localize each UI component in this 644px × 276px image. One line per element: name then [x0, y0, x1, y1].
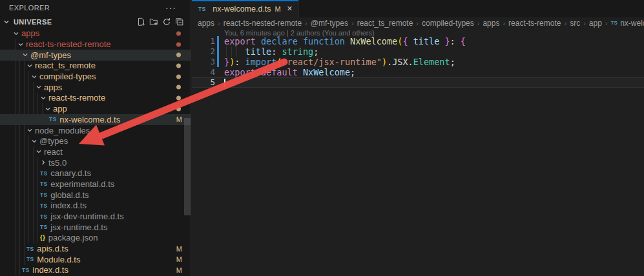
line-number: 2 [192, 46, 215, 57]
workspace-section-header[interactable]: UNIVERSE [0, 15, 191, 28]
code-line-2[interactable]: 2 title: string; [192, 46, 644, 57]
breadcrumb-item-react-ts-remote[interactable]: react_ts_remote [357, 19, 413, 28]
code-line-5[interactable]: 5 [192, 77, 644, 88]
typescript-file-icon: TS [611, 20, 618, 26]
tree-item-apps[interactable]: apps [0, 82, 191, 93]
tree-item-label: node_modules [35, 126, 90, 135]
sidebar-scrollbar[interactable] [184, 118, 191, 215]
tree-item-jsx-runtime-d-ts[interactable]: TSjsx-runtime.d.ts [0, 222, 191, 233]
text-cursor [224, 79, 225, 87]
breadcrumb-item-react-ts-nested-remote[interactable]: react-ts-nested-remote [223, 19, 302, 28]
tab-nx-welcome[interactable]: TS nx-welcome.d.ts M ✕ [192, 0, 299, 17]
tree-item-index-d-ts[interactable]: TSindex.d.ts [0, 201, 191, 212]
indent-guide [15, 125, 16, 136]
indent-guide [24, 211, 25, 222]
indent-guide [19, 211, 20, 222]
indent-guide [15, 135, 16, 146]
tree-item-app[interactable]: app [0, 103, 191, 114]
typescript-file-icon: TS [40, 170, 47, 177]
tree-item--mf-types[interactable]: @mf-types [0, 50, 191, 61]
chevron-down-icon [21, 51, 29, 59]
indent-guide [47, 114, 47, 125]
tree-item-global-d-ts[interactable]: TSglobal.d.ts [0, 190, 191, 201]
tree-item-apis-d-ts[interactable]: TSapis.d.tsM [0, 243, 191, 254]
tree-item-react-ts-remote[interactable]: react-ts-remote [0, 93, 191, 104]
breadcrumb-item-react-ts-remote[interactable]: react-ts-remote [508, 19, 561, 28]
collapse-all-icon[interactable] [174, 16, 185, 27]
refresh-icon[interactable] [161, 16, 172, 27]
indent-guide [15, 190, 16, 201]
tree-item-nx-welcome-d-ts[interactable]: TSnx-welcome.d.tsM [0, 114, 191, 125]
breadcrumb-label: app [589, 19, 602, 28]
breadcrumb-item-compiled-types[interactable]: compiled-types [422, 19, 474, 28]
breadcrumb-item-src[interactable]: src [570, 19, 580, 28]
tree-item-react-ts-nested-remote[interactable]: react-ts-nested-remote [0, 39, 191, 50]
code-line-3[interactable]: 3}): import("react/jsx-runtime").JSX.Ele… [192, 57, 644, 67]
tree-item-apps[interactable]: apps [0, 28, 191, 39]
indent-guide [15, 211, 16, 222]
close-icon[interactable]: ✕ [287, 5, 293, 13]
code-text: }): import("react/jsx-runtime").JSX.Elem… [224, 57, 455, 67]
indent-guide [24, 168, 25, 179]
new-file-icon[interactable] [135, 16, 146, 27]
breadcrumb-item-apps[interactable]: apps [198, 19, 214, 28]
indent-guide [37, 190, 38, 201]
indent-guide [24, 61, 25, 72]
tree-item-label: app [53, 104, 67, 113]
code-line-4[interactable]: 4export default NxWelcome; [192, 67, 644, 77]
tree-item-label: Module.d.ts [37, 255, 80, 264]
chevron-down-icon [30, 73, 38, 81]
git-modified-badge: M [176, 255, 182, 263]
tree-item-jsx-dev-runtime-d-ts[interactable]: TSjsx-dev-runtime.d.ts [0, 211, 191, 222]
tree-item-react-ts-remote[interactable]: react_ts_remote [0, 61, 191, 72]
code-line-1[interactable]: 1export declare function NxWelcome({ tit… [192, 36, 644, 46]
tree-item-experimental-d-ts[interactable]: TSexperimental.d.ts [0, 179, 191, 190]
tab-modified-badge: M [275, 5, 281, 13]
indent-guide [24, 103, 25, 114]
indent-guide [24, 135, 25, 146]
indent-guide [33, 103, 34, 114]
explorer-header: EXPLORER ··· [0, 0, 191, 15]
code-editor[interactable]: You, 6 minutes ago | 2 authors (You and … [192, 28, 644, 276]
indent-guide [33, 179, 34, 190]
indent-guide [24, 254, 25, 265]
breadcrumb-item-apps[interactable]: apps [483, 19, 499, 28]
chevron-right-icon [39, 159, 47, 166]
tree-item-react[interactable]: react [0, 146, 191, 157]
chevron-down-icon [35, 148, 43, 155]
typescript-file-icon: TS [26, 256, 34, 262]
indent-guide [28, 93, 29, 104]
breadcrumb-item-nx-welcome-d-ts[interactable]: TSnx-welcome.d.ts [611, 19, 644, 28]
tree-item-canary-d-ts[interactable]: TScanary.d.ts [0, 168, 191, 179]
indent-guide [15, 103, 16, 114]
tree-item-node-modules[interactable]: node_modules [0, 125, 191, 136]
breadcrumb-item-app[interactable]: app [589, 19, 602, 28]
breadcrumb-separator: › [503, 19, 505, 27]
breadcrumb-label: apps [198, 19, 214, 28]
tree-item--types[interactable]: @types [0, 135, 191, 146]
ellipsis-icon[interactable]: ··· [165, 5, 182, 11]
indent-guide [19, 265, 20, 276]
indent-guide [15, 50, 16, 61]
tree-item-ts5-0[interactable]: ts5.0 [0, 157, 191, 168]
typescript-file-icon: TS [26, 246, 34, 252]
indent-guide [37, 93, 38, 104]
indent-guide [19, 125, 20, 136]
new-folder-icon[interactable] [148, 16, 159, 27]
tree-item-index-d-ts[interactable]: TSindex.d.tsM [0, 265, 191, 276]
indent-guide [33, 190, 34, 201]
tree-item-package-json[interactable]: {}package.json [0, 233, 191, 244]
code-text: title: string; [224, 46, 318, 57]
indent-guide [24, 71, 25, 82]
indent-guide [37, 222, 38, 233]
git-modified-dot [176, 53, 181, 57]
tree-item-compiled-types[interactable]: compiled-types [0, 71, 191, 82]
chevron-down-icon [30, 137, 38, 145]
tree-item-label: apis.d.ts [37, 244, 68, 253]
chevron-down-icon [17, 41, 25, 48]
indent-guide [37, 114, 38, 125]
tree-item-module-d-ts[interactable]: TSModule.d.tsM [0, 254, 191, 265]
tab-title: nx-welcome.d.ts [213, 5, 271, 14]
line-number: 5 [192, 77, 215, 88]
breadcrumb-item--mf-types[interactable]: @mf-types [311, 19, 348, 28]
